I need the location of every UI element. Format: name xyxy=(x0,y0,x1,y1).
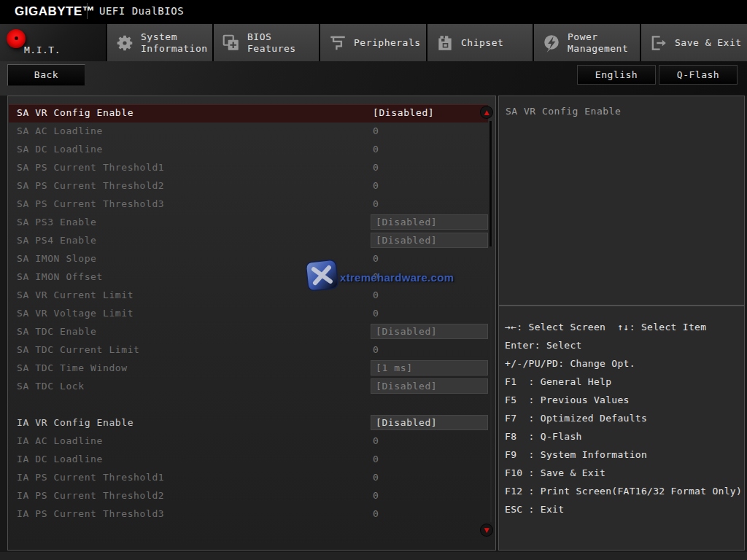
setting-value[interactable]: 0 xyxy=(373,454,379,464)
setting-label: IA PS Current Threshold2 xyxy=(17,490,164,501)
setting-value[interactable]: 0 xyxy=(373,308,379,319)
setting-value[interactable]: 0 xyxy=(373,198,379,209)
settings-panel: SA VR Config Enable[Disabled]SA AC Loadl… xyxy=(7,96,496,551)
sub-bar: Back English Q-Flash xyxy=(0,61,747,96)
settings-row[interactable]: SA IMON Slope0 xyxy=(9,250,488,268)
setting-value[interactable]: [Disabled] xyxy=(371,214,488,230)
tab-system-information[interactable]: System Information xyxy=(107,24,212,61)
tab-chipset[interactable]: Chipset xyxy=(427,24,533,61)
help-key-line: F9 : System Information xyxy=(505,446,742,464)
help-description-panel: SA VR Config Enable xyxy=(498,96,745,306)
scrollbar-thumb[interactable] xyxy=(489,121,492,246)
settings-row[interactable]: SA TDC Time Window[1 ms] xyxy=(9,359,488,378)
setting-value[interactable]: 0 xyxy=(373,180,379,191)
exit-door-icon xyxy=(649,34,668,52)
tab-label: System Information xyxy=(141,31,208,55)
setting-value[interactable]: [Disabled] xyxy=(371,378,488,394)
settings-list: SA VR Config Enable[Disabled]SA AC Loadl… xyxy=(9,104,488,524)
up-triangle-icon: ▲ xyxy=(481,106,492,118)
setting-label: SA TDC Enable xyxy=(17,326,97,337)
setting-label: SA AC Loadline xyxy=(17,125,103,136)
setting-label: SA PS Current Threshold2 xyxy=(17,180,164,191)
setting-value[interactable]: [Disabled] xyxy=(371,324,488,339)
setting-label: SA TDC Current Limit xyxy=(17,344,140,355)
setting-label: SA VR Config Enable xyxy=(17,107,133,118)
top-bar: GIGABYTE™ UEFI DualBIOS xyxy=(0,0,747,22)
settings-row[interactable]: SA PS4 Enable[Disabled] xyxy=(9,232,488,250)
scroll-up-arrow[interactable]: ▲ xyxy=(481,106,492,118)
tab-label: BIOS Features xyxy=(247,31,296,55)
setting-label: IA VR Config Enable xyxy=(17,417,133,428)
settings-row[interactable]: IA PS Current Threshold20 xyxy=(9,487,488,505)
settings-row[interactable]: SA TDC Enable[Disabled] xyxy=(9,323,488,341)
tab-label: Chipset xyxy=(461,37,503,49)
setting-label: IA PS Current Threshold3 xyxy=(17,508,164,519)
setting-value[interactable]: 0 xyxy=(373,472,379,483)
firmware-title: UEFI DualBIOS xyxy=(99,5,184,17)
scroll-down-arrow[interactable]: ▼ xyxy=(481,524,492,536)
setting-label: SA PS3 Enable xyxy=(17,217,97,228)
help-keys-panel: →←: Select Screen ↑↓: Select ItemEnter: … xyxy=(498,306,745,551)
settings-row[interactable]: IA VR Config Enable[Disabled] xyxy=(9,414,488,432)
settings-row[interactable]: SA VR Voltage Limit0 xyxy=(9,305,488,323)
setting-value[interactable]: [1 ms] xyxy=(371,360,488,376)
settings-row[interactable]: SA TDC Current Limit0 xyxy=(9,341,488,359)
setting-value[interactable]: 0 xyxy=(373,289,379,300)
settings-row[interactable]: SA VR Current Limit0 xyxy=(9,287,488,305)
setting-value[interactable]: [Disabled] xyxy=(371,233,488,248)
settings-row[interactable]: IA DC Loadline0 xyxy=(9,451,488,469)
tab-peripherals[interactable]: Peripherals xyxy=(320,24,426,61)
setting-label: IA AC Loadline xyxy=(17,435,103,446)
help-key-line: F12 : Print Screen(FAT16/32 Format Only) xyxy=(505,482,742,500)
tab-mit[interactable]: M.I.T. xyxy=(0,24,106,61)
power-bolt-icon xyxy=(542,34,561,52)
settings-row[interactable]: IA AC Loadline0 xyxy=(9,432,488,451)
qflash-button[interactable]: Q-Flash xyxy=(659,65,738,85)
help-key-line: Enter: Select xyxy=(505,336,742,354)
setting-label: SA PS Current Threshold1 xyxy=(17,162,164,173)
mit-disc-icon xyxy=(7,29,26,48)
settings-row[interactable]: SA VR Config Enable[Disabled] xyxy=(9,104,488,122)
gigabyte-logo: GIGABYTE™ xyxy=(15,4,95,19)
setting-label: SA IMON Slope xyxy=(17,253,97,264)
help-key-line: F8 : Q-Flash xyxy=(505,427,742,446)
settings-row[interactable]: IA PS Current Threshold30 xyxy=(9,505,488,524)
setting-value[interactable]: 0 xyxy=(373,344,379,355)
setting-value[interactable]: 0 xyxy=(373,125,379,136)
topbar-divider xyxy=(87,3,88,19)
setting-value[interactable]: 0 xyxy=(373,144,379,155)
setting-label: IA PS Current Threshold1 xyxy=(17,472,164,483)
settings-row[interactable]: SA PS3 Enable[Disabled] xyxy=(9,214,488,232)
tab-save-exit[interactable]: Save & Exit xyxy=(641,24,747,61)
setting-value[interactable]: [Disabled] xyxy=(373,107,434,118)
settings-row[interactable]: SA TDC Lock[Disabled] xyxy=(9,378,488,396)
help-key-line: F5 : Previous Values xyxy=(505,391,742,409)
settings-row[interactable]: SA PS Current Threshold10 xyxy=(9,159,488,177)
setting-value[interactable]: 0 xyxy=(373,162,379,173)
settings-row[interactable]: SA PS Current Threshold30 xyxy=(9,195,488,214)
tab-bios-features[interactable]: BIOS Features xyxy=(214,24,319,61)
tab-bar: M.I.T. System Information BIOS Features … xyxy=(0,22,747,61)
help-key-line: +/-/PU/PD: Change Opt. xyxy=(505,354,742,373)
setting-value[interactable]: 0 xyxy=(373,490,379,501)
language-button[interactable]: English xyxy=(577,65,656,85)
settings-row[interactable]: IA PS Current Threshold10 xyxy=(9,469,488,487)
setting-value[interactable]: 0 xyxy=(373,508,379,519)
settings-row-spacer xyxy=(9,396,488,414)
gear-icon xyxy=(115,34,134,52)
setting-value[interactable]: 0 xyxy=(373,435,379,446)
settings-row[interactable]: SA PS Current Threshold20 xyxy=(9,177,488,195)
back-button[interactable]: Back xyxy=(7,64,85,86)
settings-row[interactable]: SA IMON Offset0 xyxy=(9,268,488,287)
settings-row[interactable]: SA AC Loadline0 xyxy=(9,122,488,141)
setting-value[interactable]: 0 xyxy=(373,253,379,264)
setting-value[interactable]: 0 xyxy=(373,271,379,282)
setting-label: IA DC Loadline xyxy=(17,454,103,464)
tab-label: Power Management xyxy=(568,31,628,55)
help-key-line: F10 : Save & Exit xyxy=(505,464,742,482)
tab-power-management[interactable]: Power Management xyxy=(534,24,640,61)
setting-value[interactable]: [Disabled] xyxy=(371,415,488,430)
settings-row[interactable]: SA DC Loadline0 xyxy=(9,141,488,159)
setting-label: SA TDC Lock xyxy=(17,381,85,392)
help-key-line: ESC : Exit xyxy=(505,500,742,518)
